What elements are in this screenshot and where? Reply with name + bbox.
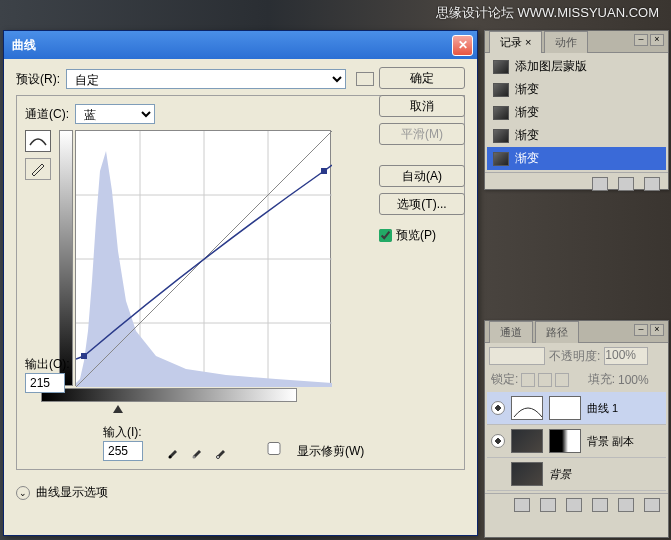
layer-row[interactable]: 曲线 1 <box>487 392 666 425</box>
layer-name: 背景 副本 <box>587 434 634 449</box>
history-item[interactable]: 添加图层蒙版 <box>487 55 666 78</box>
blendmode-select[interactable] <box>489 347 545 365</box>
layers-panel: –× 通道 路径 不透明度: 100% 锁定: 填充: 100% 曲线 1 背景… <box>484 320 669 538</box>
chevron-down-icon: ⌄ <box>16 486 30 500</box>
channel-select[interactable]: 蓝 <box>75 104 155 124</box>
watermark: 思缘设计论坛 WWW.MISSYUAN.COM <box>436 4 659 22</box>
eyedropper-black-icon[interactable] <box>164 443 182 461</box>
fx-icon[interactable] <box>514 498 530 512</box>
svg-point-9 <box>169 455 172 458</box>
curves-dialog: 曲线 ✕ 预设(R): 自定 通道(C): 蓝 <box>3 30 478 536</box>
history-item[interactable]: 渐变 <box>487 101 666 124</box>
curves-chart[interactable] <box>75 130 331 386</box>
layer-thumb <box>511 396 543 420</box>
panel-min-icon[interactable]: – <box>634 324 648 336</box>
layer-thumb <box>511 462 543 486</box>
history-item[interactable]: 渐变 <box>487 147 666 170</box>
adjustment-icon[interactable] <box>566 498 582 512</box>
gradient-icon <box>493 129 509 143</box>
svg-point-10 <box>193 455 196 458</box>
fill-label: 填充: <box>588 371 615 388</box>
curve-display-options-toggle[interactable]: ⌄ 曲线显示选项 <box>16 484 465 501</box>
mask-thumb <box>549 396 581 420</box>
opacity-label: 不透明度: <box>549 348 600 365</box>
cancel-button[interactable]: 取消 <box>379 95 465 117</box>
output-gradient <box>59 130 73 386</box>
visibility-icon[interactable] <box>491 401 505 415</box>
layer-row[interactable]: 背景 副本 <box>487 425 666 458</box>
preset-select[interactable]: 自定 <box>66 69 346 89</box>
trash-icon[interactable] <box>644 498 660 512</box>
ok-button[interactable]: 确定 <box>379 67 465 89</box>
opacity-field[interactable]: 100% <box>604 347 648 365</box>
eyedropper-white-icon[interactable] <box>212 443 230 461</box>
close-icon: ✕ <box>458 38 468 52</box>
svg-point-11 <box>217 455 220 458</box>
tab-history[interactable]: 记录 × <box>489 31 542 53</box>
options-button[interactable]: 选项(T)... <box>379 193 465 215</box>
history-panel: –× 记录 × 动作 添加图层蒙版 渐变 渐变 渐变 渐变 <box>484 30 669 190</box>
preset-label: 预设(R): <box>16 71 60 88</box>
eyedropper-gray-icon[interactable] <box>188 443 206 461</box>
trash-icon[interactable] <box>644 177 660 191</box>
folder-icon[interactable] <box>592 498 608 512</box>
new-layer-icon[interactable] <box>618 498 634 512</box>
gradient-icon <box>493 83 509 97</box>
output-field[interactable] <box>25 373 65 393</box>
show-clipping-checkbox[interactable]: 显示修剪(W) <box>254 444 365 458</box>
auto-button[interactable]: 自动(A) <box>379 165 465 187</box>
gradient-icon <box>493 106 509 120</box>
preset-menu-icon[interactable] <box>356 72 374 86</box>
gradient-icon <box>493 152 509 166</box>
mask-icon <box>493 60 509 74</box>
input-field[interactable] <box>103 441 143 461</box>
tab-paths[interactable]: 路径 <box>535 321 579 343</box>
svg-rect-8 <box>321 168 327 174</box>
new-doc-icon[interactable] <box>618 177 634 191</box>
panel-min-icon[interactable]: – <box>634 34 648 46</box>
lock-pixels-icon[interactable] <box>521 373 535 387</box>
close-button[interactable]: ✕ <box>452 35 473 56</box>
smooth-button: 平滑(M) <box>379 123 465 145</box>
visibility-icon[interactable] <box>491 434 505 448</box>
layer-row[interactable]: 背景 <box>487 458 666 491</box>
history-item[interactable]: 渐变 <box>487 78 666 101</box>
layer-name: 曲线 1 <box>587 401 618 416</box>
dialog-titlebar[interactable]: 曲线 ✕ <box>4 31 477 59</box>
input-label: 输入(I): <box>103 425 142 439</box>
mask-thumb <box>549 429 581 453</box>
panel-close-icon[interactable]: × <box>650 324 664 336</box>
input-gradient <box>41 388 297 402</box>
curve-tool-draw[interactable] <box>25 158 51 180</box>
tab-channels[interactable]: 通道 <box>489 321 533 343</box>
tab-actions[interactable]: 动作 <box>544 31 588 53</box>
curve-tool-point[interactable] <box>25 130 51 152</box>
preview-checkbox[interactable]: 预览(P) <box>379 227 465 244</box>
channel-label: 通道(C): <box>25 106 69 123</box>
layer-thumb <box>511 429 543 453</box>
new-snapshot-icon[interactable] <box>592 177 608 191</box>
mask-icon[interactable] <box>540 498 556 512</box>
layer-name: 背景 <box>549 467 571 482</box>
history-item[interactable]: 渐变 <box>487 124 666 147</box>
dialog-title: 曲线 <box>12 37 36 54</box>
fill-field[interactable]: 100% <box>618 373 662 387</box>
lock-all-icon[interactable] <box>555 373 569 387</box>
panel-close-icon[interactable]: × <box>650 34 664 46</box>
lock-label: 锁定: <box>491 371 518 388</box>
svg-rect-7 <box>81 353 87 359</box>
output-label: 输出(O): <box>25 356 71 373</box>
lock-position-icon[interactable] <box>538 373 552 387</box>
slider-handle-icon[interactable] <box>113 405 123 413</box>
